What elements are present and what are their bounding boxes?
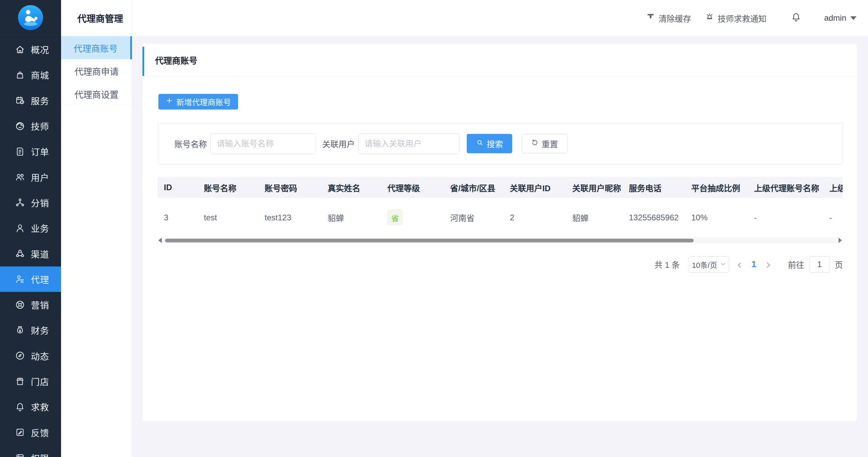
search-button[interactable]: 搜索 <box>467 134 512 153</box>
horizontal-scrollbar[interactable] <box>158 238 843 243</box>
column-header: 省/城市/区县 <box>444 177 504 198</box>
sidebar-nav: 概况商城服务技师订单用户分销业务渠道代理营销财务动态门店求救反馈权限 <box>0 37 61 457</box>
submenu-item-agent-settings[interactable]: 代理商设置 <box>61 82 132 105</box>
column-header: 关联用户昵称 <box>566 177 623 198</box>
clear-cache-label: 清除缓存 <box>659 12 691 24</box>
linked-user-input[interactable] <box>358 133 459 154</box>
submenu-item-label: 代理商账号 <box>74 42 118 54</box>
column-header: 账号密码 <box>258 177 322 198</box>
sidebar-item-label: 分销 <box>31 196 49 209</box>
table-header-row: ID账号名称账号密码真实姓名代理等级省/城市/区县关联用户ID关联用户昵称服务电… <box>158 177 843 198</box>
bag-icon <box>15 70 25 80</box>
sidebar-item-label: 财务 <box>31 324 49 336</box>
sidebar-item-permission[interactable]: 权限 <box>0 445 61 457</box>
table-cell: 13255685962 <box>623 198 685 237</box>
card-title: 代理商账号 <box>155 54 197 66</box>
topbar: 清除缓存 技师求救通知 <box>132 0 868 36</box>
clear-cache-icon <box>646 12 655 24</box>
account-name-input[interactable] <box>210 133 315 154</box>
secondary-sidebar: 代理商管理 代理商账号代理商申请代理商设置 <box>61 0 132 457</box>
account-name-label: 账号名称 <box>174 138 207 150</box>
sidebar-item-orders[interactable]: 订单 <box>0 139 61 164</box>
sidebar-item-channel[interactable]: 渠道 <box>0 241 61 266</box>
tech-sos-button[interactable]: 技师求救通知 <box>705 12 767 24</box>
sidebar-item-label: 技师 <box>31 120 49 132</box>
primary-sidebar: 概况商城服务技师订单用户分销业务渠道代理营销财务动态门店求救反馈权限 <box>0 0 61 457</box>
main-content: 代理商账号 新增代理商账号 账号名称 关联用户 <box>132 36 868 457</box>
sidebar-item-agent[interactable]: 代理 <box>0 266 61 292</box>
column-header: 上级 <box>823 177 843 198</box>
scroll-right-arrow-icon[interactable] <box>838 238 842 243</box>
table-cell: 貂蝉 <box>322 198 381 237</box>
plus-icon <box>166 97 173 106</box>
app-root: 概况商城服务技师订单用户分销业务渠道代理营销财务动态门店求救反馈权限 代理商管理… <box>0 0 868 457</box>
section-title: 代理商管理 <box>77 12 123 25</box>
reset-button[interactable]: 重置 <box>521 134 567 153</box>
notification-bell-button[interactable] <box>791 12 801 24</box>
table-cell: test <box>198 198 258 237</box>
document-icon <box>15 146 25 157</box>
page-unit-label: 页 <box>835 258 843 270</box>
sidebar-item-overview[interactable]: 概况 <box>0 37 61 62</box>
caret-down-icon <box>850 16 856 20</box>
next-page-button[interactable]: › <box>758 258 778 271</box>
sidebar-item-mall[interactable]: 商城 <box>0 62 61 87</box>
list-icon <box>15 453 25 457</box>
scrollbar-track[interactable] <box>164 238 836 243</box>
table-cell: - <box>823 198 843 237</box>
card-accent-bar <box>142 47 144 76</box>
sidebar-item-distribution[interactable]: 分销 <box>0 190 61 215</box>
face-icon <box>15 121 25 131</box>
column-header: 服务电话 <box>623 177 685 198</box>
scrollbar-thumb[interactable] <box>165 239 694 242</box>
column-header: ID <box>158 177 198 198</box>
goto-label: 前往 <box>788 258 804 270</box>
network-icon <box>15 197 25 207</box>
sidebar-item-label: 商城 <box>31 68 49 81</box>
add-agent-button[interactable]: 新增代理商账号 <box>158 94 238 110</box>
compass-icon <box>15 351 25 361</box>
app-logo[interactable] <box>0 0 61 37</box>
submenu-item-agent-apply[interactable]: 代理商申请 <box>61 59 132 82</box>
sidebar-item-business[interactable]: 业务 <box>0 215 61 241</box>
table-cell: test123 <box>258 198 322 237</box>
goto-page-input[interactable] <box>809 256 830 273</box>
table-cell: - <box>748 198 823 237</box>
sidebar-item-store[interactable]: 门店 <box>0 369 61 394</box>
sidebar-item-label: 业务 <box>31 222 49 234</box>
submenu-header: 代理商管理 <box>61 0 132 36</box>
sidebar-item-label: 渠道 <box>31 247 49 260</box>
table-row: 3testtest123貂蝉省河南省2貂蝉1325568596210%-- <box>158 198 843 237</box>
submenu-item-label: 代理商申请 <box>74 65 118 77</box>
submenu-nav: 代理商账号代理商申请代理商设置 <box>61 36 132 106</box>
user-menu[interactable]: admin <box>824 13 856 23</box>
target-icon <box>15 300 25 310</box>
person-icon <box>15 223 25 233</box>
sidebar-item-sos[interactable]: 求救 <box>0 394 61 419</box>
sidebar-item-news[interactable]: 动态 <box>0 343 61 369</box>
add-agent-label: 新增代理商账号 <box>176 96 231 107</box>
clear-cache-button[interactable]: 清除缓存 <box>646 12 691 24</box>
sidebar-item-marketing[interactable]: 营销 <box>0 292 61 317</box>
prev-page-button[interactable]: ‹ <box>729 258 749 271</box>
sidebar-item-feedback[interactable]: 反馈 <box>0 419 61 445</box>
table-cell: 2 <box>504 198 566 237</box>
sidebar-item-finance[interactable]: 财务 <box>0 317 61 343</box>
calendar-icon <box>15 95 25 105</box>
table-cell: 3 <box>158 198 198 237</box>
sidebar-item-technician[interactable]: 技师 <box>0 113 61 139</box>
sidebar-item-label: 权限 <box>31 452 49 457</box>
column-header: 平台抽成比例 <box>685 177 748 198</box>
sidebar-item-label: 反馈 <box>31 426 49 439</box>
sidebar-item-label: 求救 <box>31 400 49 413</box>
page-size-select[interactable]: 10条/页 <box>689 256 729 273</box>
current-page[interactable]: 1 <box>749 259 758 270</box>
sidebar-item-users[interactable]: 用户 <box>0 164 61 190</box>
scroll-left-arrow-icon[interactable] <box>158 238 162 243</box>
sidebar-item-service[interactable]: 服务 <box>0 88 61 113</box>
column-header: 账号名称 <box>198 177 258 198</box>
logo-icon <box>18 5 43 32</box>
submenu-item-agent-account[interactable]: 代理商账号 <box>61 36 132 59</box>
siren-icon <box>705 12 714 24</box>
column-header: 代理等级 <box>381 177 444 198</box>
